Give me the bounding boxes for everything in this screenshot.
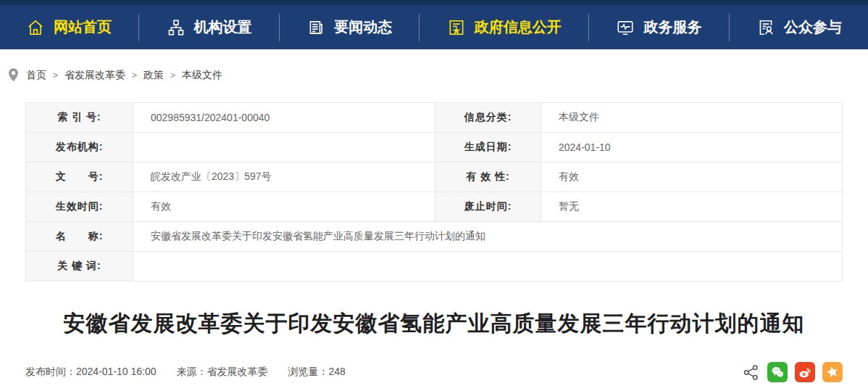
- share-button[interactable]: [742, 363, 760, 382]
- meta-label-effective-time: 生效时间:: [26, 192, 133, 222]
- meta-label-validity: 有 效 性:: [435, 162, 541, 192]
- meta-value-info-category: 本级文件: [541, 103, 843, 133]
- info-disclosure-icon: [447, 18, 466, 37]
- page: 网站首页 机构设置 要闻动态: [0, 0, 868, 391]
- source: 来源：省发展改革委: [177, 366, 268, 379]
- meta-label-info-category: 信息分类:: [435, 103, 541, 133]
- nav-item-home[interactable]: 网站首页: [26, 17, 112, 37]
- publish-time: 发布时间：2024-01-10 16:00: [25, 366, 157, 379]
- location-pin-icon: [7, 67, 20, 83]
- public-participation-icon: [756, 18, 775, 37]
- meta-value-validity: 有效: [541, 162, 843, 192]
- nav-item-label: 要闻动态: [334, 17, 392, 37]
- nav-item-gov-service[interactable]: 政务服务: [616, 17, 701, 37]
- document-meta-table: 索 引 号: 002985931/202401-00040 信息分类: 本级文件…: [25, 102, 843, 281]
- favorite-star-icon: [825, 365, 840, 379]
- meta-value-index-number: 002985931/202401-00040: [133, 103, 435, 133]
- meta-value-name: 安徽省发展改革委关于印发安徽省氢能产业高质量发展三年行动计划的通知: [133, 222, 843, 252]
- share-bar: [742, 362, 843, 382]
- meta-label-issuing-agency: 发布机构:: [26, 133, 133, 162]
- nav-item-news[interactable]: 要闻动态: [306, 17, 392, 37]
- wechat-icon: [770, 365, 785, 379]
- top-nav: 网站首页 机构设置 要闻动态: [0, 5, 868, 49]
- meta-label-document-number: 文 号:: [26, 162, 133, 192]
- breadcrumb-item-current[interactable]: 本级文件: [182, 69, 222, 82]
- meta-label-index-number: 索 引 号:: [26, 103, 133, 133]
- meta-label-keywords: 关 键 词:: [26, 252, 133, 281]
- nav-separator: [588, 14, 589, 41]
- nav-item-public-participation[interactable]: 公众参与: [756, 17, 842, 37]
- share-wechat-button[interactable]: [767, 362, 788, 382]
- share-weibo-button[interactable]: [795, 362, 815, 382]
- share-icon: [742, 363, 760, 382]
- meta-value-effective-time: 有效: [133, 192, 435, 222]
- nav-item-label: 网站首页: [54, 17, 112, 37]
- nav-item-org[interactable]: 机构设置: [167, 17, 252, 37]
- weibo-icon: [798, 365, 812, 379]
- meta-value-document-number: 皖发改产业〔2023〕597号: [133, 162, 435, 192]
- nav-separator: [138, 14, 139, 41]
- meta-label-generated-date: 生成日期:: [435, 133, 541, 162]
- meta-label-repeal-time: 废止时间:: [435, 192, 541, 222]
- nav-separator: [729, 14, 730, 41]
- meta-value-keywords: [133, 252, 843, 281]
- nav-item-label: 公众参与: [784, 17, 842, 37]
- nav-item-info-disclosure[interactable]: 政府信息公开: [447, 17, 562, 37]
- nav-item-label: 机构设置: [194, 17, 252, 37]
- nav-top-strip: [0, 0, 868, 5]
- breadcrumb-separator: >: [132, 70, 137, 81]
- home-icon: [26, 18, 45, 37]
- breadcrumb-item-home[interactable]: 首页: [26, 69, 46, 82]
- meta-label-name: 名 称:: [26, 222, 133, 252]
- breadcrumb-item-department[interactable]: 省发展改革委: [64, 69, 125, 82]
- meta-value-repeal-time: 暂无: [541, 192, 843, 222]
- news-icon: [306, 18, 325, 37]
- breadcrumb-separator: >: [170, 70, 175, 81]
- gov-service-icon: [616, 18, 635, 37]
- meta-value-generated-date: 2024-01-10: [541, 133, 843, 162]
- nav-item-label: 政府信息公开: [475, 17, 562, 37]
- breadcrumb: 首页 > 省发展改革委 > 政策 > 本级文件: [0, 49, 868, 102]
- nav-separator: [279, 14, 280, 41]
- favorite-button[interactable]: [822, 362, 843, 382]
- nav-item-label: 政务服务: [643, 17, 701, 37]
- breadcrumb-separator: >: [53, 70, 58, 81]
- article-meta-bar: 发布时间：2024-01-10 16:00 来源：省发展改革委 浏览量：248: [25, 362, 843, 391]
- page-title: 安徽省发展改革委关于印发安徽省氢能产业高质量发展三年行动计划的通知: [25, 309, 843, 339]
- view-count: 浏览量：248: [288, 366, 346, 379]
- article-meta-text: 发布时间：2024-01-10 16:00 来源：省发展改革委 浏览量：248: [25, 366, 366, 379]
- org-chart-icon: [167, 18, 185, 37]
- meta-value-issuing-agency: [133, 133, 435, 162]
- nav-separator: [419, 14, 420, 41]
- breadcrumb-item-policy[interactable]: 政策: [143, 69, 164, 82]
